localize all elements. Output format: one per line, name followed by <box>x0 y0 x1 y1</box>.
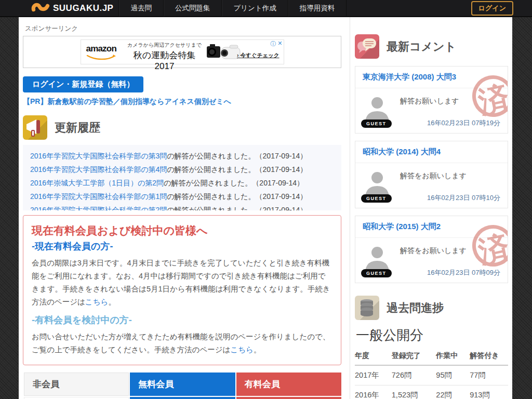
update-item-text: の解答が公開されました。 <box>167 165 255 174</box>
update-item-text: の解答が公開されました。 <box>167 206 255 210</box>
ad-headline: 秋の運動会特集2017 <box>126 49 204 72</box>
update-history-list: 2016年学習院大学国際社会科学部の第3問の解答が公開されました。（2017-0… <box>23 145 341 210</box>
ad-cta-link[interactable]: › 今すぐチェック <box>237 52 279 59</box>
login-register-button[interactable]: ログイン・新規登録（無料） <box>23 76 143 92</box>
avatar: GUEST <box>363 95 394 128</box>
progress-header: 過去問進捗 <box>355 296 508 320</box>
ad-choices: ⓘ ✕ <box>270 40 282 48</box>
update-item-text: の解答が公開されました。 <box>164 179 252 187</box>
cell-answered: 77問 <box>470 365 508 385</box>
comment-card: 昭和大学 (2015) 大問2 GUEST 解答をお願いします 16年02月23… <box>355 216 508 283</box>
logo-wave-icon <box>31 1 50 16</box>
update-item-date: （2017-09-14） <box>256 192 308 201</box>
speech-bubbles-icon <box>355 34 379 59</box>
comment-problem-link[interactable]: 東京海洋大学 (2008) 大問3 <box>363 72 456 81</box>
notice-paragraph-considering: お問い合せいただいた方が増えてきたため有料機能を説明のページを作りましたので、ご… <box>32 330 332 356</box>
ad-box: amazon カメラから周辺アクセサリまで 秋の運動会特集2017 <box>23 36 341 68</box>
comment-problem-link[interactable]: 昭和大学 (2015) 大問2 <box>363 222 441 231</box>
notice-text: 会員の期限は3月末日です。4月末日までに手続きを完了していただくと引き続き有料機… <box>32 259 330 306</box>
cell-in-progress: 22問 <box>436 385 470 399</box>
update-item: 2016年学習院大学国際社会科学部の第1問の解答が公開されました。（2017-0… <box>30 190 334 203</box>
update-item-date: （2017-09-14） <box>256 165 308 174</box>
update-item-link[interactable]: 2016年学習院大学国際社会科学部の第2問 <box>30 206 167 210</box>
amazon-ad-banner[interactable]: amazon カメラから周辺アクセサリまで 秋の運動会特集2017 <box>81 39 284 64</box>
nav-item-print[interactable]: プリント作成 <box>221 0 287 17</box>
update-history-header: 更新履歴 <box>23 115 341 140</box>
avatar: GUEST <box>363 244 394 277</box>
pr-link[interactable]: 【PR】新倉敷駅前の学習塾／個別指導ならアイネス個別ゼミへ <box>23 97 341 107</box>
notice-title: 現在有料会員および検討中の皆様へ <box>32 223 332 238</box>
logo-text: SUUGAKU.JP <box>53 3 113 14</box>
comment-timestamp: 16年02月23日 07時10分 <box>400 193 500 203</box>
notice-subtitle-current: -現在有料会員の方- <box>32 240 332 252</box>
latest-comments-header: 最新コメント <box>355 34 508 59</box>
database-icon <box>355 296 379 320</box>
comment-card: 昭和大学 (2014) 大問4 GUEST 解答をお願いします 16年02月23… <box>355 141 508 208</box>
nav-item-shidou[interactable]: 指導用資料 <box>288 0 347 17</box>
member-col-paid: 有料会員 <box>236 373 341 396</box>
col-answered: 解答付き <box>470 347 508 365</box>
col-registered: 登録完了 <box>392 347 436 365</box>
member-cell-nonmember <box>24 397 129 399</box>
ad-subheadline: カメラから周辺アクセサリまで <box>126 42 204 49</box>
navbar-login-button[interactable]: ログイン <box>471 1 513 16</box>
notice-text: お問い合せいただいた方が増えてきたため有料機能を説明のページを作りましたので、ご… <box>32 332 330 354</box>
megaphone-icon <box>23 115 47 140</box>
latest-comments-title: 最新コメント <box>387 39 456 55</box>
col-year: 年度 <box>355 347 392 365</box>
update-item-link[interactable]: 2016年学習院大学国際社会科学部の第1問 <box>30 192 167 201</box>
update-history-title: 更新履歴 <box>55 120 100 136</box>
update-item-date: （2017-09-14） <box>256 152 308 160</box>
amazon-logo: amazon <box>86 45 119 62</box>
procedure-link[interactable]: こちら <box>85 298 109 306</box>
member-cell-free <box>130 397 235 399</box>
site-logo[interactable]: SUUGAKU.JP <box>31 1 113 16</box>
comment-title-row: 昭和大学 (2015) 大問2 <box>355 216 508 238</box>
notice-paragraph-current: 会員の期限は3月末日です。4月末日までに手続きを完了していただくと引き続き有料機… <box>32 257 332 309</box>
progress-table: 年度 登録完了 作業中 解答付き 2017年 726問 95問 77問 2016… <box>355 347 508 399</box>
nav-item-koshiki[interactable]: 公式問題集 <box>163 0 222 17</box>
cell-year: 2017年 <box>355 365 392 385</box>
nav-item-kakomon[interactable]: 過去問 <box>118 0 163 17</box>
guest-badge: GUEST <box>361 194 392 203</box>
progress-subtitle: 一般公開分 <box>356 326 508 344</box>
update-item-text: の解答が公開されました。 <box>167 152 255 160</box>
update-item-link[interactable]: 2016年学習院大学国際社会科学部の第4問 <box>30 165 167 174</box>
update-item-link[interactable]: 2016年学習院大学国際社会科学部の第3問 <box>30 152 167 160</box>
comment-body: GUEST 解答お願いします 16年02月23日 07時19分 <box>355 88 508 133</box>
cell-year: 2016年 <box>355 385 392 399</box>
comment-body: GUEST 解答をお願いします 16年02月23日 07時09分 <box>355 238 508 283</box>
page-container: スポンサーリンク amazon カメラから周辺アクセサリまで 秋の運動会特集20… <box>19 17 512 399</box>
procedure-link[interactable]: こちら <box>230 345 254 354</box>
comment-card: 東京海洋大学 (2008) 大問3 GUEST 解答お願いします 16年02月2… <box>355 66 508 134</box>
member-cell-paid <box>236 397 341 399</box>
adchoices-info-icon[interactable]: ⓘ <box>270 40 276 48</box>
membership-comparison-table: 非会員 無料会員 有料会員 <box>23 371 342 399</box>
member-table-row <box>24 397 341 399</box>
amazon-wordmark: amazon <box>86 45 119 52</box>
progress-row-2016: 2016年 1,523問 22問 913問 <box>355 385 508 399</box>
notice-text: 。 <box>254 345 261 354</box>
nav-menu: 過去問 公式問題集 プリント作成 指導用資料 <box>118 0 347 17</box>
ad-copy: カメラから周辺アクセサリまで 秋の運動会特集2017 <box>126 42 204 72</box>
update-item: 2016年学習院大学国際社会科学部の第2問の解答が公開されました。（2017-0… <box>30 203 334 210</box>
progress-table-header-row: 年度 登録完了 作業中 解答付き <box>355 347 508 365</box>
progress-title: 過去問進捗 <box>387 300 444 316</box>
guest-badge: GUEST <box>361 119 392 128</box>
update-item: 2016年学習院大学国際社会科学部の第4問の解答が公開されました。（2017-0… <box>30 163 334 176</box>
membership-notice-box: 現在有料会員および検討中の皆様へ -現在有料会員の方- 会員の期限は3月末日です… <box>23 215 341 365</box>
notice-text: 。 <box>108 298 116 306</box>
comment-content: 解答をお願いします 16年02月23日 07時09分 <box>400 244 500 277</box>
comment-problem-link[interactable]: 昭和大学 (2014) 大問4 <box>363 147 441 156</box>
amazon-smile-icon <box>86 55 116 60</box>
ad-close-icon[interactable]: ✕ <box>277 40 282 48</box>
top-navbar: SUUGAKU.JP 過去問 公式問題集 プリント作成 指導用資料 ログイン <box>0 0 532 17</box>
comment-content: 解答をお願いします 16年02月23日 07時10分 <box>400 169 500 203</box>
comment-title-row: 昭和大学 (2014) 大問4 <box>355 141 508 163</box>
comment-text: 解答をお願いします <box>400 171 500 181</box>
update-item-text: の解答が公開されました。 <box>167 192 255 201</box>
update-item-link[interactable]: 2016年崇城大学工学部（1日目）の第2問 <box>30 179 164 187</box>
comment-content: 解答お願いします 16年02月23日 07時19分 <box>400 95 500 128</box>
member-col-nonmember: 非会員 <box>24 373 129 396</box>
comment-text: 解答をお願いします <box>400 246 500 256</box>
